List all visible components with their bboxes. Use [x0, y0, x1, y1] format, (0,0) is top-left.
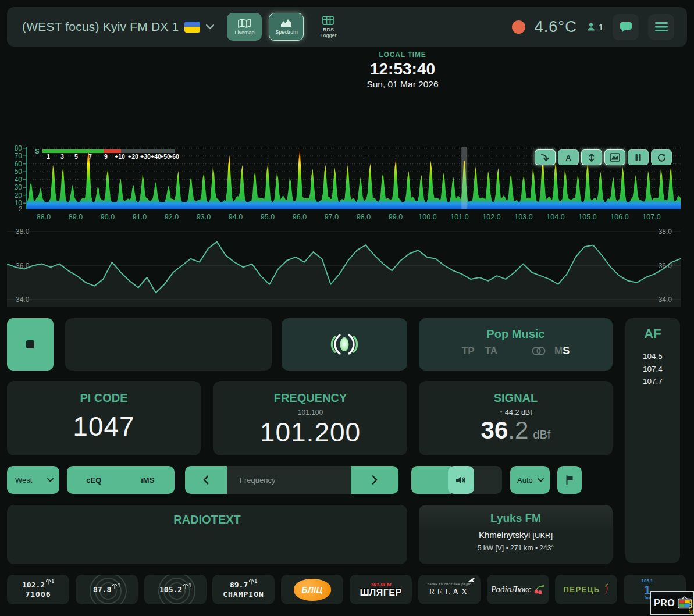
svg-text:106.0: 106.0	[610, 213, 628, 221]
menu-button[interactable]	[648, 14, 674, 40]
pty-label: Pop Music	[419, 327, 613, 341]
spectrum-vertical-scale-button[interactable]	[581, 149, 602, 165]
preset-station-button-relax[interactable]: легке та спокійне радіо RELAX	[418, 575, 481, 604]
svg-text:92.0: 92.0	[165, 213, 179, 221]
svg-text:100.0: 100.0	[418, 213, 436, 221]
ukraine-flag-icon	[184, 22, 200, 33]
chat-button[interactable]	[613, 14, 639, 40]
volume-slider[interactable]	[411, 466, 502, 494]
frequency-title: FREQUENCY	[213, 391, 407, 405]
svg-text:50: 50	[15, 168, 23, 176]
volume-fill	[411, 466, 451, 494]
svg-text:107.0: 107.0	[642, 213, 660, 221]
radiotext-panel: RADIOTEXT	[7, 505, 407, 564]
preset-station-button[interactable]: 89.71 CHAMPION	[212, 575, 275, 604]
local-clock: LOCAL TIME 12:53:40 Sun, 01 Mar 2026	[315, 51, 490, 90]
spectrum-pause-button[interactable]	[628, 149, 649, 165]
signal-value-decimal: .2	[508, 416, 528, 444]
chart-area-icon	[610, 153, 620, 162]
stereo-icon	[531, 346, 546, 356]
preset-station-button-blits[interactable]: БЛІЦ	[281, 575, 343, 604]
spectrum-auto-button[interactable]: A	[558, 149, 579, 165]
shlyager-freq-label: 101.9FM	[371, 582, 392, 587]
temperature-readout: 4.6°C	[535, 18, 577, 36]
livemap-label: Livemap	[234, 30, 254, 35]
af-title: AF	[625, 318, 680, 341]
svg-text:+20: +20	[128, 153, 138, 160]
svg-text:+30: +30	[140, 153, 151, 160]
tune-up-button[interactable]	[351, 466, 398, 494]
spectrum-graph-style-button[interactable]	[604, 149, 625, 165]
preset-station-button[interactable]: 87.81	[76, 575, 138, 604]
preset-station-button-shlyager[interactable]: 101.9FM ШЛЯГЕР	[350, 575, 412, 604]
svg-text:9: 9	[104, 153, 108, 160]
shlyager-logo: ШЛЯГЕР	[360, 587, 401, 598]
audio-stop-button[interactable]	[7, 318, 54, 371]
clock-date: Sun, 01 Mar 2026	[315, 79, 490, 90]
svg-text:34.0: 34.0	[16, 295, 30, 304]
relax-slogan: легке та спокійне радіо	[428, 582, 472, 586]
volume-handle[interactable]	[448, 466, 474, 494]
af-frequency: 104.5	[625, 350, 680, 363]
map-icon	[238, 19, 251, 28]
scan-mode-select[interactable]: Auto	[510, 466, 550, 494]
signal-value: 36.2dBf	[419, 416, 613, 444]
antenna-icon	[112, 583, 118, 589]
user-icon	[586, 22, 596, 31]
antenna-icon	[183, 583, 188, 589]
preset-station-button-perets[interactable]: ПЕРЕЦЬ	[555, 575, 617, 604]
speaker-icon	[455, 476, 467, 485]
svg-text:105.0: 105.0	[578, 213, 596, 221]
ims-toggle[interactable]: iMS	[121, 466, 175, 494]
spectrum-button[interactable]: Spectrum	[269, 13, 304, 41]
signal-value-main: 36	[481, 416, 508, 444]
letter-a-icon: A	[563, 153, 574, 162]
music-flag: M	[554, 346, 563, 357]
protv-watermark: PRO NET.UA	[650, 591, 694, 615]
svg-text:103.0: 103.0	[514, 213, 532, 221]
antenna-select-value: West	[15, 476, 32, 485]
svg-text:96.0: 96.0	[293, 213, 307, 221]
svg-text:7: 7	[88, 153, 92, 160]
spectrum-toolbar: A	[535, 149, 672, 165]
protv-text: PRO	[654, 598, 675, 608]
rds-logger-button[interactable]: RDS Logger	[311, 13, 346, 41]
topbar-right: 4.6°C 1	[512, 14, 674, 40]
svg-text:98.0: 98.0	[357, 213, 371, 221]
antenna-icon	[45, 579, 51, 585]
spectrum-chart-icon	[280, 19, 292, 27]
preset-station-button-lux[interactable]: РадіоЛюкс	[487, 575, 549, 604]
svg-text:1: 1	[47, 153, 50, 160]
bookmark-flag-button[interactable]	[557, 466, 582, 494]
station-name: Lyuks FM	[419, 512, 613, 525]
top-bar: (WEST focus) Kyiv FM DX 1 Livemap Spectr…	[7, 7, 687, 47]
svg-text:89.0: 89.0	[69, 213, 83, 221]
spectrum-refresh-button[interactable]	[651, 149, 672, 165]
preset-station-button[interactable]: 105.21	[144, 575, 207, 604]
signal-title: SIGNAL	[419, 391, 613, 405]
chevron-down-icon	[538, 478, 544, 482]
spectrum-snap-down-button[interactable]	[535, 149, 556, 165]
server-selector[interactable]: (WEST focus) Kyiv FM DX 1	[22, 20, 214, 34]
svg-text:60: 60	[15, 160, 23, 168]
svg-text:3: 3	[60, 153, 64, 160]
radio-lux-logo: РадіоЛюкс	[491, 585, 531, 594]
svg-text:34.0: 34.0	[659, 295, 672, 304]
svg-text:2: 2	[19, 205, 22, 212]
frequency-input[interactable]	[227, 466, 351, 494]
tune-down-button[interactable]	[185, 466, 227, 494]
preset-station-button[interactable]: 102.21 71006	[7, 575, 69, 604]
svg-text:93.0: 93.0	[197, 213, 211, 221]
svg-text:104.0: 104.0	[546, 213, 564, 221]
ceq-toggle[interactable]: cEQ	[67, 466, 121, 494]
dsp-toggle-group: cEQ iMS	[67, 466, 175, 494]
antenna-select[interactable]: West	[7, 466, 59, 494]
blits-logo: БЛІЦ	[294, 579, 331, 601]
chat-icon	[620, 22, 632, 33]
server-title: (WEST focus) Kyiv FM DX 1	[22, 20, 179, 34]
frequency-value: 101.200	[213, 416, 407, 448]
livemap-button[interactable]: Livemap	[227, 13, 262, 41]
svg-text:38.0: 38.0	[659, 227, 672, 236]
af-panel: AF 104.5107.4107.7	[625, 318, 680, 563]
svg-text:70: 70	[15, 152, 23, 160]
